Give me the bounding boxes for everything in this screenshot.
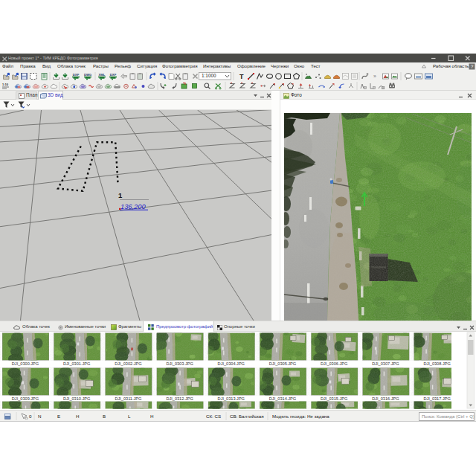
svg-text:DJI_0301.JPG: DJI_0301.JPG xyxy=(63,361,90,366)
svg-text:DJI_0305.JPG: DJI_0305.JPG xyxy=(269,361,296,366)
svg-text:»: » xyxy=(373,74,376,79)
svg-text:?: ? xyxy=(471,64,474,69)
svg-text:DJI_0306.JPG: DJI_0306.JPG xyxy=(321,361,347,366)
svg-text:DJI_0310.JPG: DJI_0310.JPG xyxy=(63,396,90,401)
svg-text:DJI_0308.JPG: DJI_0308.JPG xyxy=(423,361,450,366)
svg-text:DJI_0317.JPG: DJI_0317.JPG xyxy=(423,396,450,401)
svg-text:DJI_0314.JPG: DJI_0314.JPG xyxy=(269,396,296,401)
svg-text:1: 1 xyxy=(118,191,123,199)
svg-text:DJI_0309.JPG: DJI_0309.JPG xyxy=(12,396,39,401)
svg-text:136,200: 136,200 xyxy=(120,203,146,210)
svg-text:DXF: DXF xyxy=(73,73,80,77)
svg-text:DXF: DXF xyxy=(110,73,117,77)
svg-text:DWG: DWG xyxy=(84,73,91,77)
svg-text:T: T xyxy=(239,73,244,80)
svg-text:DJI_0300.JPG: DJI_0300.JPG xyxy=(12,361,39,366)
svg-text:DJI_0316.JPG: DJI_0316.JPG xyxy=(372,396,399,401)
svg-text:DJI_0302.JPG: DJI_0302.JPG xyxy=(115,361,141,366)
svg-text:1:1000: 1:1000 xyxy=(202,73,216,78)
svg-text:XML: XML xyxy=(99,73,106,77)
svg-text:DJI_0315.JPG: DJI_0315.JPG xyxy=(321,396,347,401)
svg-text:1:10: 1:10 xyxy=(2,83,9,86)
svg-text:DJI_0313.JPG: DJI_0313.JPG xyxy=(218,396,245,401)
svg-text:DJI_0304.JPG: DJI_0304.JPG xyxy=(218,361,245,366)
svg-text:DJI_0312.JPG: DJI_0312.JPG xyxy=(166,396,193,401)
svg-text:DJI_0307.JPG: DJI_0307.JPG xyxy=(372,361,399,366)
svg-text:DJI_0311.JPG: DJI_0311.JPG xyxy=(115,396,141,401)
svg-text:DJI_0303.JPG: DJI_0303.JPG xyxy=(166,361,193,366)
